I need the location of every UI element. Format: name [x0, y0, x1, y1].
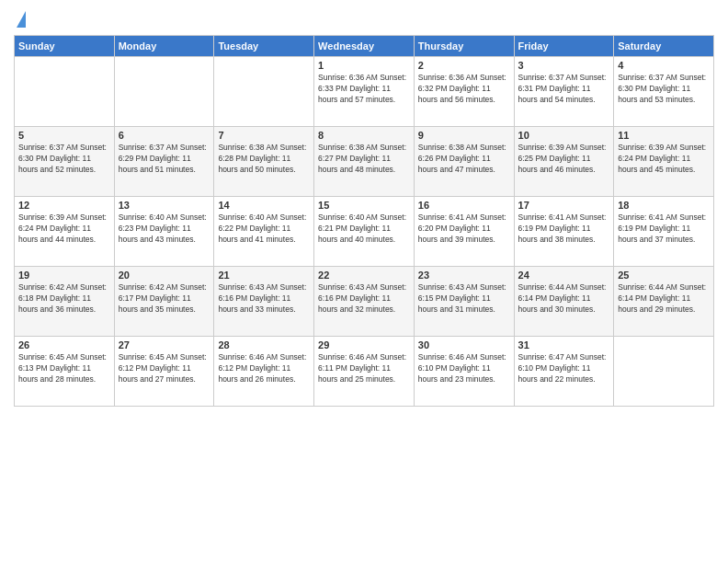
day-number: 30 — [418, 339, 510, 350]
calendar-cell: 23Sunrise: 6:43 AM Sunset: 6:15 PM Dayli… — [414, 267, 514, 337]
day-header-thursday: Thursday — [414, 36, 514, 57]
calendar-cell: 13Sunrise: 6:40 AM Sunset: 6:23 PM Dayli… — [114, 197, 214, 267]
calendar-cell: 14Sunrise: 6:40 AM Sunset: 6:22 PM Dayli… — [214, 197, 314, 267]
day-number: 1 — [318, 60, 410, 71]
calendar-cell — [614, 337, 714, 407]
calendar-cell: 4Sunrise: 6:37 AM Sunset: 6:30 PM Daylig… — [614, 57, 714, 127]
calendar-body: 1Sunrise: 6:36 AM Sunset: 6:33 PM Daylig… — [15, 57, 714, 407]
day-number: 6 — [119, 130, 210, 141]
day-info: Sunrise: 6:41 AM Sunset: 6:19 PM Dayligh… — [518, 213, 610, 246]
day-info: Sunrise: 6:42 AM Sunset: 6:17 PM Dayligh… — [119, 282, 210, 316]
day-info: Sunrise: 6:44 AM Sunset: 6:14 PM Dayligh… — [618, 282, 710, 316]
calendar-cell: 5Sunrise: 6:37 AM Sunset: 6:30 PM Daylig… — [15, 127, 115, 197]
calendar-cell: 31Sunrise: 6:47 AM Sunset: 6:10 PM Dayli… — [514, 337, 614, 407]
day-number: 22 — [318, 270, 410, 281]
day-info: Sunrise: 6:36 AM Sunset: 6:33 PM Dayligh… — [318, 73, 410, 106]
calendar: SundayMondayTuesdayWednesdayThursdayFrid… — [14, 35, 714, 407]
week-row-3: 12Sunrise: 6:39 AM Sunset: 6:24 PM Dayli… — [15, 197, 714, 267]
day-number: 25 — [618, 270, 710, 281]
day-number: 24 — [518, 270, 610, 281]
week-row-4: 19Sunrise: 6:42 AM Sunset: 6:18 PM Dayli… — [15, 267, 714, 337]
day-number: 21 — [218, 270, 310, 281]
day-info: Sunrise: 6:46 AM Sunset: 6:12 PM Dayligh… — [218, 352, 310, 385]
calendar-cell: 3Sunrise: 6:37 AM Sunset: 6:31 PM Daylig… — [514, 57, 614, 127]
day-number: 16 — [418, 200, 510, 211]
day-header-sunday: Sunday — [15, 36, 115, 57]
calendar-cell: 11Sunrise: 6:39 AM Sunset: 6:24 PM Dayli… — [614, 127, 714, 197]
calendar-cell: 18Sunrise: 6:41 AM Sunset: 6:19 PM Dayli… — [614, 197, 714, 267]
day-number: 14 — [218, 200, 310, 211]
day-info: Sunrise: 6:43 AM Sunset: 6:15 PM Dayligh… — [418, 282, 510, 316]
day-number: 5 — [18, 130, 110, 141]
day-info: Sunrise: 6:43 AM Sunset: 6:16 PM Dayligh… — [318, 282, 410, 316]
day-number: 27 — [119, 339, 210, 350]
week-row-1: 1Sunrise: 6:36 AM Sunset: 6:33 PM Daylig… — [15, 57, 714, 127]
day-number: 20 — [119, 270, 210, 281]
day-header-wednesday: Wednesday — [314, 36, 415, 57]
calendar-cell: 24Sunrise: 6:44 AM Sunset: 6:14 PM Dayli… — [514, 267, 614, 337]
day-number: 18 — [618, 200, 710, 211]
day-number: 12 — [18, 200, 110, 211]
calendar-cell: 28Sunrise: 6:46 AM Sunset: 6:12 PM Dayli… — [214, 337, 314, 407]
calendar-cell: 12Sunrise: 6:39 AM Sunset: 6:24 PM Dayli… — [15, 197, 115, 267]
logo-triangle-icon — [17, 11, 26, 28]
calendar-cell: 20Sunrise: 6:42 AM Sunset: 6:17 PM Dayli… — [114, 267, 214, 337]
day-header-saturday: Saturday — [614, 36, 714, 57]
day-info: Sunrise: 6:46 AM Sunset: 6:11 PM Dayligh… — [318, 352, 410, 385]
calendar-cell: 6Sunrise: 6:37 AM Sunset: 6:29 PM Daylig… — [114, 127, 214, 197]
day-info: Sunrise: 6:43 AM Sunset: 6:16 PM Dayligh… — [218, 282, 310, 316]
day-number: 2 — [418, 60, 510, 71]
day-info: Sunrise: 6:40 AM Sunset: 6:21 PM Dayligh… — [318, 213, 410, 246]
calendar-cell: 10Sunrise: 6:39 AM Sunset: 6:25 PM Dayli… — [514, 127, 614, 197]
day-info: Sunrise: 6:45 AM Sunset: 6:13 PM Dayligh… — [18, 352, 110, 385]
day-number: 23 — [418, 270, 510, 281]
day-info: Sunrise: 6:44 AM Sunset: 6:14 PM Dayligh… — [518, 282, 610, 316]
page: SundayMondayTuesdayWednesdayThursdayFrid… — [0, 0, 728, 563]
calendar-cell: 26Sunrise: 6:45 AM Sunset: 6:13 PM Dayli… — [15, 337, 115, 407]
day-header-tuesday: Tuesday — [214, 36, 314, 57]
day-number: 8 — [318, 130, 410, 141]
calendar-cell: 27Sunrise: 6:45 AM Sunset: 6:12 PM Dayli… — [114, 337, 214, 407]
day-info: Sunrise: 6:39 AM Sunset: 6:24 PM Dayligh… — [618, 143, 710, 176]
day-info: Sunrise: 6:37 AM Sunset: 6:30 PM Dayligh… — [18, 143, 110, 176]
calendar-cell: 22Sunrise: 6:43 AM Sunset: 6:16 PM Dayli… — [314, 267, 415, 337]
day-number: 9 — [418, 130, 510, 141]
calendar-cell — [15, 57, 115, 127]
day-info: Sunrise: 6:41 AM Sunset: 6:19 PM Dayligh… — [618, 213, 710, 246]
day-info: Sunrise: 6:38 AM Sunset: 6:27 PM Dayligh… — [318, 143, 410, 176]
day-info: Sunrise: 6:40 AM Sunset: 6:23 PM Dayligh… — [119, 213, 210, 246]
week-row-2: 5Sunrise: 6:37 AM Sunset: 6:30 PM Daylig… — [15, 127, 714, 197]
day-number: 4 — [618, 60, 710, 71]
calendar-cell: 1Sunrise: 6:36 AM Sunset: 6:33 PM Daylig… — [314, 57, 415, 127]
day-number: 26 — [18, 339, 110, 350]
day-number: 7 — [218, 130, 310, 141]
calendar-cell — [214, 57, 314, 127]
calendar-cell: 25Sunrise: 6:44 AM Sunset: 6:14 PM Dayli… — [614, 267, 714, 337]
calendar-cell: 29Sunrise: 6:46 AM Sunset: 6:11 PM Dayli… — [314, 337, 415, 407]
day-header-monday: Monday — [114, 36, 214, 57]
calendar-cell: 16Sunrise: 6:41 AM Sunset: 6:20 PM Dayli… — [414, 197, 514, 267]
day-number: 29 — [318, 339, 410, 350]
calendar-header-row: SundayMondayTuesdayWednesdayThursdayFrid… — [15, 36, 714, 57]
day-number: 3 — [518, 60, 610, 71]
day-number: 28 — [218, 339, 310, 350]
day-info: Sunrise: 6:37 AM Sunset: 6:29 PM Dayligh… — [119, 143, 210, 176]
day-info: Sunrise: 6:39 AM Sunset: 6:25 PM Dayligh… — [518, 143, 610, 176]
day-number: 10 — [518, 130, 610, 141]
day-info: Sunrise: 6:46 AM Sunset: 6:10 PM Dayligh… — [418, 352, 510, 385]
day-info: Sunrise: 6:38 AM Sunset: 6:28 PM Dayligh… — [218, 143, 310, 176]
day-info: Sunrise: 6:40 AM Sunset: 6:22 PM Dayligh… — [218, 213, 310, 246]
day-number: 31 — [518, 339, 610, 350]
day-info: Sunrise: 6:37 AM Sunset: 6:31 PM Dayligh… — [518, 73, 610, 106]
calendar-cell: 21Sunrise: 6:43 AM Sunset: 6:16 PM Dayli… — [214, 267, 314, 337]
day-info: Sunrise: 6:42 AM Sunset: 6:18 PM Dayligh… — [18, 282, 110, 316]
day-number: 19 — [18, 270, 110, 281]
day-info: Sunrise: 6:41 AM Sunset: 6:20 PM Dayligh… — [418, 213, 510, 246]
day-number: 17 — [518, 200, 610, 211]
day-info: Sunrise: 6:45 AM Sunset: 6:12 PM Dayligh… — [119, 352, 210, 385]
calendar-cell: 8Sunrise: 6:38 AM Sunset: 6:27 PM Daylig… — [314, 127, 415, 197]
day-number: 13 — [119, 200, 210, 211]
calendar-cell: 30Sunrise: 6:46 AM Sunset: 6:10 PM Dayli… — [414, 337, 514, 407]
calendar-cell: 15Sunrise: 6:40 AM Sunset: 6:21 PM Dayli… — [314, 197, 415, 267]
day-number: 11 — [618, 130, 710, 141]
